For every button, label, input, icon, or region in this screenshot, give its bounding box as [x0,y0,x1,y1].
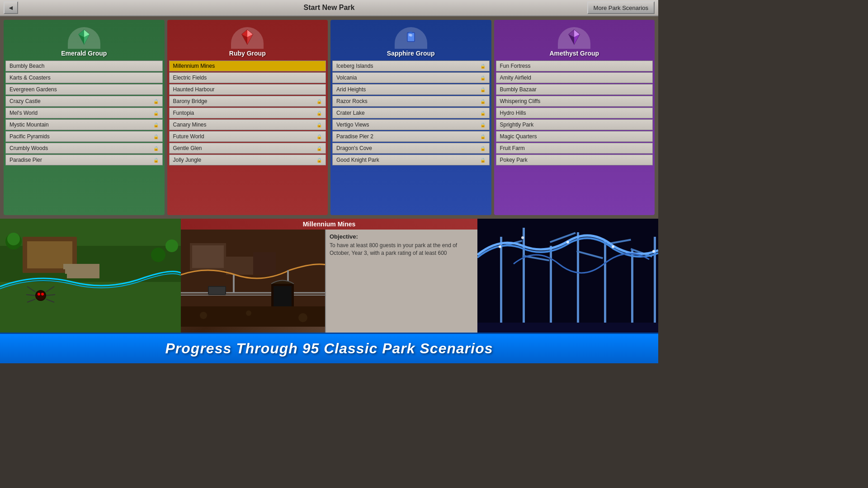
svg-rect-70 [477,323,658,333]
lock-icon [316,110,322,116]
svg-point-53 [246,310,251,316]
ruby-arch [229,23,265,49]
lock-icon [480,63,486,69]
ruby-scenario-list: Millennium Mines Electric Fields Haunted… [167,59,328,215]
svg-rect-60 [577,232,579,327]
lock-icon [153,133,159,140]
svg-point-52 [200,312,207,319]
sapphire-gem-icon [403,29,419,47]
objective-panel: Objective: To have at least 800 guests i… [325,230,477,333]
lock-icon [316,98,322,104]
back-icon: ◄ [8,4,14,11]
lock-icon [153,110,159,116]
list-item[interactable]: Fun Fortress [496,61,653,71]
back-button[interactable]: ◄ [4,1,18,14]
list-item[interactable]: Razor Rocks [332,96,490,107]
list-item[interactable]: Bumbly Bazaar [496,84,653,95]
list-item[interactable]: Barony Bridge [169,96,326,107]
lock-icon [316,157,322,163]
emerald-group-name: Emerald Group [61,50,107,57]
ruby-group-header: Ruby Group [167,20,328,59]
list-item[interactable]: Paradise Pier 2 [332,131,490,142]
list-item[interactable]: Crumbly Woods [5,143,163,154]
objective-label: Objective: [330,233,474,240]
sapphire-arch [393,23,429,49]
ruby-gem-icon [239,29,255,47]
amethyst-group-panel: Amethyst Group Fun Fortress Amity Airfie… [494,20,655,215]
svg-rect-24 [65,269,99,274]
list-item[interactable]: Haunted Harbour [169,84,326,95]
svg-rect-57 [500,237,502,327]
emerald-arch [66,23,102,49]
sapphire-group-name: Sapphire Group [387,50,435,57]
lock-icon [480,133,486,140]
left-game-preview [0,219,181,333]
svg-rect-46 [209,287,225,294]
list-item[interactable]: Future World [169,131,326,142]
more-scenarios-button[interactable]: More Park Scenarios [587,1,655,14]
list-item[interactable]: Whispering Cliffs [496,96,653,107]
center-preview: Millennium Mines [181,219,477,333]
lock-icon [480,98,486,104]
sapphire-scenario-list: Iceberg Islands Volcania Arid Heights Ra… [330,59,491,215]
svg-rect-42 [192,245,224,268]
list-item[interactable]: Arid Heights [332,84,490,95]
amethyst-scenario-list: Fun Fortress Amity Airfield Bumbly Bazaa… [494,59,655,215]
svg-rect-61 [604,241,606,327]
list-item[interactable]: Jolly Jungle [169,155,326,165]
page-title: Start New Park [304,4,355,12]
svg-point-71 [499,245,501,248]
list-item[interactable]: Volcania [332,72,490,83]
list-item[interactable]: Crater Lake [332,108,490,118]
right-game-preview [477,219,658,333]
emerald-group-panel: Emerald Group Bumbly Beach Karts & Coast… [4,20,165,215]
lock-icon [480,86,486,93]
top-bar: ◄ Start New Park More Park Scenarios [0,0,658,16]
lock-icon [480,145,486,151]
list-item[interactable]: Mel's World [5,108,163,118]
list-item[interactable]: Iceberg Islands [332,61,490,71]
svg-rect-62 [631,250,633,327]
preview-title: Millennium Mines [181,219,477,230]
list-item[interactable]: Bumbly Beach [5,61,163,71]
bottom-preview: Millennium Mines [0,219,658,333]
list-item[interactable]: Mystic Mountain [5,119,163,130]
lock-icon [480,157,486,163]
list-item[interactable]: Fruit Farm [496,143,653,154]
list-item[interactable]: Karts & Coasters [5,72,163,83]
svg-point-29 [165,239,178,252]
list-item[interactable]: Crazy Castle [5,96,163,107]
sapphire-group-header: Sapphire Group [330,20,491,59]
list-item[interactable]: Canary Mines [169,119,326,130]
objective-text: To have at least 800 guests in your park… [330,242,474,257]
lock-icon [316,133,322,140]
list-item[interactable]: Paradise Pier [5,155,163,165]
list-item[interactable]: Sprightly Park [496,119,653,130]
list-item[interactable]: Dragon's Cove [332,143,490,154]
list-item[interactable]: Magic Quarters [496,131,653,142]
lock-icon [480,110,486,116]
list-item[interactable]: Hydro Hills [496,108,653,118]
sapphire-group-panel: Sapphire Group Iceberg Islands Volcania … [330,20,491,215]
svg-point-74 [612,245,614,248]
list-item[interactable]: Pacific Pyramids [5,131,163,142]
list-item[interactable]: Good Knight Park [332,155,490,165]
svg-point-75 [652,250,655,253]
list-item[interactable]: Vertigo Views [332,119,490,130]
lock-icon [153,98,159,104]
list-item[interactable]: Gentle Glen [169,143,326,154]
list-item[interactable]: Millennium Mines [169,61,326,71]
list-item[interactable]: Pokey Park [496,155,653,165]
amethyst-gem-icon [566,29,582,47]
lock-icon [153,157,159,163]
svg-rect-25 [67,274,99,278]
ruby-group-panel: Ruby Group Millennium Mines Electric Fie… [167,20,328,215]
list-item[interactable]: Amity Airfield [496,72,653,83]
svg-point-39 [41,293,44,296]
bottom-banner: Progress Through 95 Classic Park Scenari… [0,333,658,363]
list-item[interactable]: Electric Fields [169,72,326,83]
lock-icon [153,145,159,151]
list-item[interactable]: Funtopia [169,108,326,118]
list-item[interactable]: Evergreen Gardens [5,84,163,95]
svg-point-13 [410,34,412,37]
